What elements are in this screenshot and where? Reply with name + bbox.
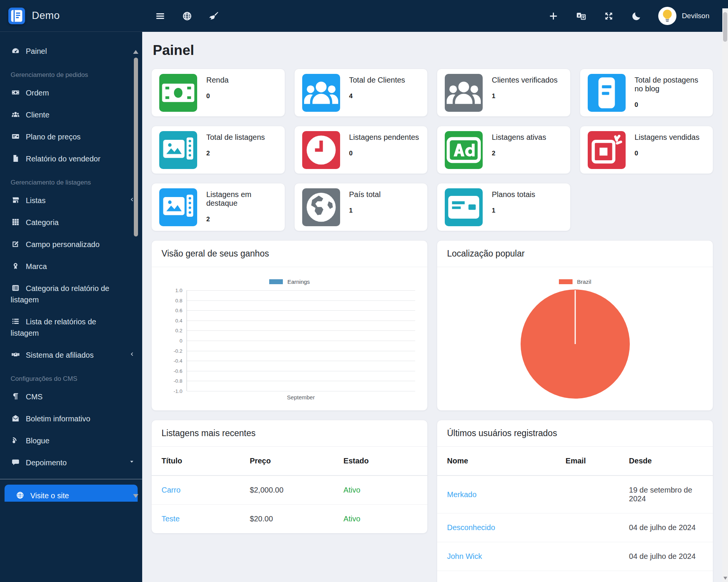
user-name-link[interactable]: Merkado <box>447 490 477 499</box>
sidebar-item-depoimento[interactable]: Depoimento <box>0 452 142 474</box>
sidebar-item-cms[interactable]: CMS <box>0 386 142 408</box>
stat-cards-grid: Renda 0 Total de Clientes 4 <box>151 69 713 231</box>
earnings-legend-label: Earnings <box>287 278 310 285</box>
sidebar-item-label: Plano de preços <box>26 133 81 141</box>
user-since: 19 de setembro de 2024 <box>619 476 713 513</box>
stat-card-total-de-postagens-no-blog: Total de postagens no blog 0 <box>580 69 714 117</box>
y-tick-label: -0.2 <box>162 348 182 354</box>
stat-icon-tile <box>445 131 483 169</box>
sidebar-section-heading: Gerenciamento de pedidos <box>0 62 142 82</box>
stat-card-listagens-vendidas: Listagens vendidas 0 <box>580 126 714 174</box>
brazil-pie-slice[interactable] <box>521 289 630 399</box>
theme-broom-icon[interactable] <box>209 11 219 21</box>
column-header[interactable]: Email <box>556 447 619 476</box>
gridline <box>187 300 415 301</box>
money-bill-icon <box>159 74 197 112</box>
table-header-row: Título Preço Estado <box>152 447 427 476</box>
column-header[interactable]: Preço <box>240 447 334 476</box>
stat-icon-tile <box>159 188 197 226</box>
envelope-icon <box>11 414 20 422</box>
comment-icon <box>11 458 20 466</box>
money-check-icon <box>11 132 20 141</box>
chevron-left-icon <box>129 351 135 357</box>
gridline <box>187 330 415 331</box>
pie-legend: Brazil <box>559 267 592 285</box>
table-row: Merkado 19 de setembro de 2024 <box>437 476 713 513</box>
sidebar-item-relatorio-do-vendedor[interactable]: Relatório do vendedor <box>0 148 142 170</box>
sidebar-item-marca[interactable]: Marca <box>0 255 142 277</box>
stat-card-pais-total: País total 1 <box>294 183 428 231</box>
stat-label: Total de Clientes <box>349 76 405 84</box>
sidebar-section-heading: Gerenciamento de listagens <box>0 170 142 189</box>
user-name-link[interactable]: Desconhecido <box>447 523 495 532</box>
sidebar-item-painel[interactable]: Painel <box>0 40 142 62</box>
sidebar-item-label: Listas <box>26 196 46 205</box>
sidebar-item-listas[interactable]: Listas <box>0 189 142 211</box>
stat-value: 1 <box>492 207 535 214</box>
gridline <box>187 351 415 351</box>
column-header[interactable]: Título <box>152 447 240 476</box>
page-scroll-down-arrow[interactable] <box>723 577 727 580</box>
page-title: Painel <box>153 42 712 58</box>
sidebar-item-campo-personalizado[interactable]: Campo personalizado <box>0 233 142 255</box>
sidebar-item-categoria-do-relatorio-de-listagem[interactable]: Categoria do relatório de listagem <box>0 277 142 311</box>
sidebar-item-blogue[interactable]: Blogue <box>0 430 142 452</box>
sidebar-item-visite-o-site[interactable]: Visite o site <box>5 485 138 502</box>
sidebar: Demo Painel Gerenciamento de pedidos <box>0 0 142 582</box>
sidebar-item-ordem[interactable]: Ordem <box>0 82 142 104</box>
stat-card-renda: Renda 0 <box>151 69 285 117</box>
sidebar-scroll-down-arrow[interactable] <box>133 494 138 498</box>
sidebar-item-cliente[interactable]: Cliente <box>0 104 142 126</box>
hamburger-menu-icon[interactable] <box>155 11 165 21</box>
earnings-plot: 1.00.80.60.40.20-0.2-0.4-0.6-0.8-1.0 <box>187 290 415 391</box>
sidebar-item-boletim-informativo[interactable]: Boletim informativo <box>0 408 142 430</box>
fullscreen-expand-icon[interactable] <box>604 11 614 21</box>
ad-icon <box>445 131 483 169</box>
user-name[interactable]: Devilson <box>682 12 709 20</box>
add-plus-icon[interactable] <box>548 11 559 21</box>
locations-chart-body: Brazil <box>437 267 713 410</box>
user-avatar[interactable] <box>658 7 676 25</box>
credit-card-icon <box>445 188 483 226</box>
money-bill-icon <box>11 88 20 97</box>
language-globe-icon[interactable] <box>182 11 192 21</box>
dark-mode-moon-icon[interactable] <box>631 11 642 21</box>
earnings-legend: Earnings <box>162 267 417 285</box>
sidebar-item-categoria[interactable]: Categoria <box>0 211 142 233</box>
listing-title-link[interactable]: Carro <box>162 486 180 494</box>
listing-status: Ativo <box>334 505 427 534</box>
listing-title-link[interactable]: Teste <box>162 515 180 523</box>
sidebar-item-lista-de-relatorios-de-listagem[interactable]: Lista de relatórios de listagem <box>0 311 142 344</box>
sidebar-item-plano-de-precos[interactable]: Plano de preços <box>0 126 142 148</box>
user-since: 04 de julho de 2024 <box>619 542 713 571</box>
handshake-icon <box>11 350 20 359</box>
stat-value: 1 <box>349 207 381 214</box>
translate-icon[interactable] <box>576 11 586 21</box>
stat-value: 4 <box>349 92 405 100</box>
user-name-link[interactable]: John Wick <box>447 552 482 560</box>
sidebar-scrollbar-thumb[interactable] <box>134 58 138 236</box>
sidebar-scroll-up-arrow[interactable] <box>133 50 138 54</box>
page-scrollbar[interactable] <box>722 8 728 582</box>
stat-label: Planos totais <box>492 190 535 199</box>
y-tick-label: -0.4 <box>162 358 182 364</box>
column-header[interactable]: Desde <box>619 447 713 476</box>
pie-slice-divider <box>574 290 576 344</box>
column-header[interactable]: Nome <box>437 447 556 476</box>
y-tick-label: 0.2 <box>162 328 182 333</box>
user-email <box>556 542 619 571</box>
column-header[interactable]: Estado <box>334 447 427 476</box>
stat-label: Total de listagens <box>206 133 265 142</box>
earnings-chart-body: Earnings 1.00.80.60.40.20-0.2-0.4-0.6-0.… <box>152 267 427 410</box>
table-row: Teste $20.00 Ativo <box>152 505 427 534</box>
images-icon <box>159 188 197 226</box>
recent-users-table: Nome Email Desde Merkado 19 de setembro … <box>437 447 713 582</box>
sidebar-item-label: Campo personalizado <box>26 240 100 249</box>
page-scrollbar-thumb[interactable] <box>723 12 727 42</box>
stat-label: Clientes verificados <box>492 76 557 84</box>
navbar-corner <box>722 0 728 8</box>
brand[interactable]: Demo <box>0 0 142 32</box>
sidebar-item-sistema-de-afiliados[interactable]: Sistema de afiliados <box>0 344 142 366</box>
globe-icon <box>15 491 25 499</box>
recent-users-card: Últimos usuários registrados Nome Email … <box>437 420 713 582</box>
